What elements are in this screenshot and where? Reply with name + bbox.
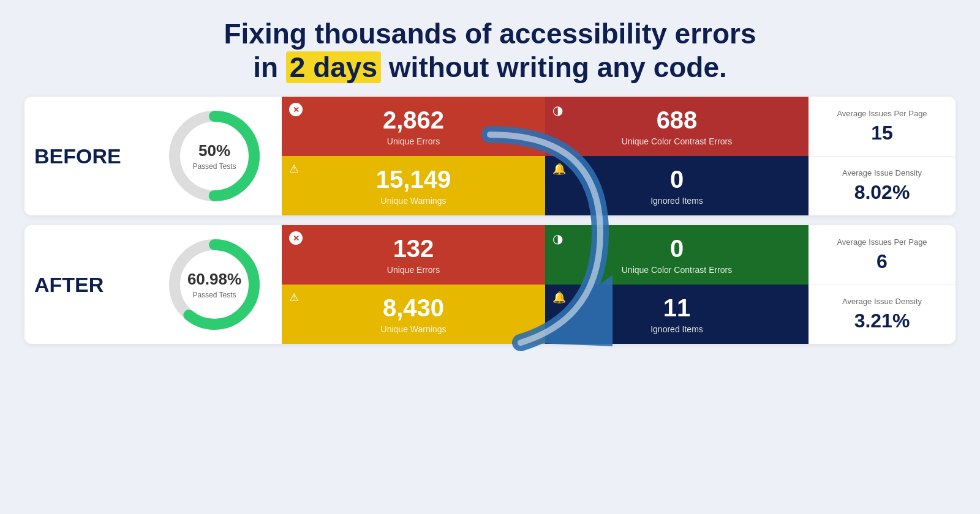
after-tile-ignored: 🔔 11 Ignored Items	[545, 285, 809, 344]
after-donut-col: 60.98% Passed Tests	[147, 225, 282, 344]
after-pct: 60.98%	[187, 270, 241, 289]
before-pct: 50%	[192, 141, 236, 160]
headline-line2: in 2 days without writing any code.	[24, 51, 956, 84]
after-errors-num: 132	[393, 235, 434, 263]
after-avg-density-label: Average Issue Density	[842, 297, 922, 306]
after-tile-warnings: ⚠ 8,430 Unique Warnings	[282, 285, 545, 344]
before-donut: 50% Passed Tests	[165, 107, 263, 205]
before-tile-warnings: ⚠ 15,149 Unique Warnings	[282, 156, 545, 215]
before-tile-errors: ✕ 2,862 Unique Errors	[282, 97, 545, 156]
after-avg-issues-num: 6	[876, 250, 888, 273]
before-tile-contrast: ◑ 688 Unique Color Contrast Errors	[545, 97, 809, 156]
before-avg-density: Average Issue Density 8.02%	[809, 157, 956, 216]
after-contrast-icon: ◑	[552, 231, 563, 246]
before-donut-center: 50% Passed Tests	[192, 141, 236, 171]
before-contrast-sub: Unique Color Contrast Errors	[622, 136, 733, 146]
before-avg-issues-label: Average Issues Per Page	[837, 109, 927, 118]
before-ignored-sub: Ignored Items	[650, 196, 703, 206]
sections-container: BEFORE 50% Passed Tests ✕ 2,862 Unique E…	[0, 97, 980, 356]
before-right-stats: Average Issues Per Page 15 Average Issue…	[809, 97, 956, 215]
after-avg-issues: Average Issues Per Page 6	[809, 225, 956, 285]
before-warnings-sub: Unique Warnings	[381, 196, 447, 206]
after-warning-icon: ⚠	[289, 291, 299, 304]
after-avg-density-num: 3.21%	[854, 310, 910, 332]
before-tiles: ✕ 2,862 Unique Errors ◑ 688 Unique Color…	[282, 97, 809, 215]
after-avg-density: Average Issue Density 3.21%	[809, 285, 956, 345]
before-donut-label: Passed Tests	[192, 162, 236, 171]
headline: Fixing thousands of accessibility errors…	[0, 0, 980, 97]
before-error-icon: ✕	[289, 103, 303, 116]
before-ignored-icon: 🔔	[552, 162, 566, 176]
after-error-icon: ✕	[289, 231, 303, 245]
after-ignored-num: 11	[663, 294, 691, 322]
after-donut-center: 60.98% Passed Tests	[187, 270, 241, 300]
before-section: BEFORE 50% Passed Tests ✕ 2,862 Unique E…	[24, 97, 956, 215]
before-errors-num: 2,862	[383, 106, 444, 134]
after-warnings-num: 8,430	[383, 294, 444, 322]
before-avg-density-label: Average Issue Density	[842, 168, 922, 177]
after-warnings-sub: Unique Warnings	[381, 324, 447, 334]
after-tile-errors: ✕ 132 Unique Errors	[282, 225, 545, 285]
before-warnings-num: 15,149	[376, 166, 451, 193]
before-label-col: BEFORE	[24, 97, 147, 215]
after-contrast-sub: Unique Color Contrast Errors	[622, 265, 733, 275]
before-errors-sub: Unique Errors	[387, 136, 440, 146]
before-warning-icon: ⚠	[289, 162, 299, 176]
after-section: AFTER 60.98% Passed Tests ✕ 132 Unique E…	[24, 225, 956, 344]
after-right-stats: Average Issues Per Page 6 Average Issue …	[809, 225, 956, 344]
after-avg-issues-label: Average Issues Per Page	[837, 237, 927, 247]
before-avg-density-num: 8.02%	[854, 181, 910, 204]
headline-line2-post: without writing any code.	[381, 51, 727, 83]
before-avg-issues-num: 15	[871, 122, 893, 144]
after-ignored-sub: Ignored Items	[650, 324, 703, 334]
after-label: AFTER	[34, 273, 104, 297]
headline-line1: Fixing thousands of accessibility errors	[24, 17, 956, 51]
after-tiles: ✕ 132 Unique Errors ◑ 0 Unique Color Con…	[282, 225, 809, 344]
before-avg-issues: Average Issues Per Page 15	[809, 97, 956, 157]
after-donut: 60.98% Passed Tests	[165, 236, 263, 333]
after-errors-sub: Unique Errors	[387, 265, 440, 275]
after-contrast-num: 0	[670, 235, 684, 263]
headline-highlight: 2 days	[286, 51, 381, 83]
after-tile-contrast: ◑ 0 Unique Color Contrast Errors	[545, 225, 809, 285]
after-label-col: AFTER	[24, 225, 147, 344]
before-contrast-num: 688	[657, 106, 698, 134]
before-contrast-icon: ◑	[552, 103, 563, 117]
headline-line2-pre: in	[253, 51, 286, 83]
before-donut-col: 50% Passed Tests	[147, 97, 282, 215]
after-ignored-icon: 🔔	[552, 291, 566, 304]
before-ignored-num: 0	[670, 166, 684, 193]
after-donut-label: Passed Tests	[192, 291, 236, 299]
before-label: BEFORE	[34, 144, 121, 168]
before-tile-ignored: 🔔 0 Ignored Items	[545, 156, 809, 215]
